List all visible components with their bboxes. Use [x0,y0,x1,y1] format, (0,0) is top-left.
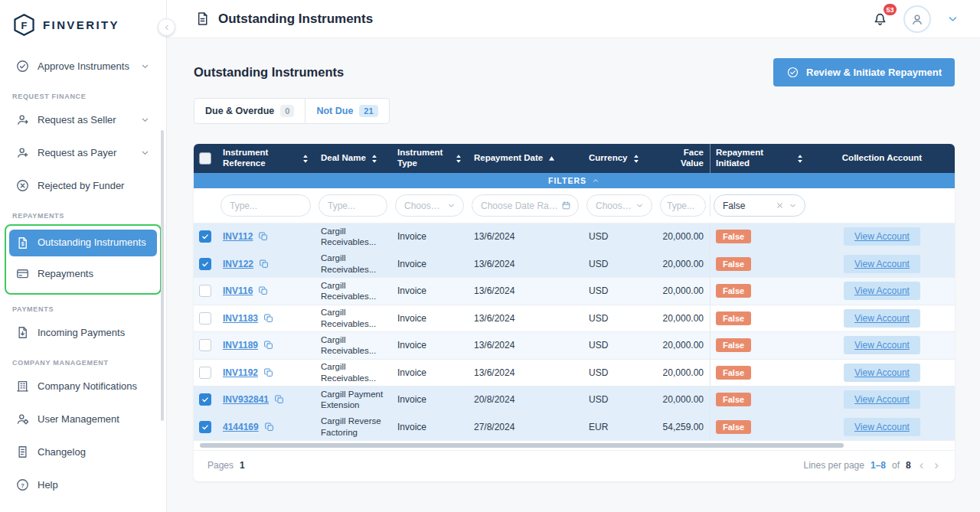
instrument-reference-link[interactable]: INV116 [223,285,253,296]
copy-icon[interactable] [274,394,285,405]
column-header-repayment-initiated[interactable]: Repayment Initiated [710,144,809,173]
user-icon [910,11,925,27]
copy-icon[interactable] [258,231,269,242]
currency-cell: USD [583,278,656,305]
column-header-currency[interactable]: Currency [583,144,656,173]
row-checkbox[interactable] [199,367,211,379]
face-value-cell: 20,000.00 [656,360,710,386]
column-header-repayment-date[interactable]: Repayment Date [468,144,583,173]
sidebar-item-rejected-by-funder[interactable]: Rejected by Funder [9,170,157,201]
table-body: INV112Cargill Receivables...Invoice13/6/… [194,223,955,441]
repayment-initiated-filter-select[interactable]: False [714,194,805,217]
chevron-down-icon [635,201,645,210]
horizontal-scrollbar-thumb[interactable] [200,443,844,448]
instrument-type-filter-select[interactable]: Choose... [395,194,464,217]
instrument-reference-filter-input[interactable] [220,194,311,217]
repayment-date-cell: 13/6/2024 [468,360,583,386]
instrument-reference-link[interactable]: 4144169 [223,422,259,432]
sidebar-item-request-as-seller[interactable]: Request as Seller [9,104,157,135]
request-as-payer-icon [15,145,30,160]
instrument-reference-link[interactable]: INV1183 [223,313,258,324]
column-header-instrument-type[interactable]: Instrument Type [391,144,468,173]
instrument-type-cell: Invoice [391,414,468,441]
view-account-link[interactable]: View Account [844,282,920,300]
repayment-date-range-filter[interactable]: Choose Date Range [472,194,579,217]
instrument-reference-link[interactable]: INV122 [223,259,253,269]
sidebar-item-changelog[interactable]: Changelog [9,436,157,468]
page-document-icon [194,11,211,27]
view-account-link[interactable]: View Account [844,336,920,354]
sidebar-item-label: Changelog [38,446,86,458]
instrument-reference-cell: INV932841 [217,386,315,413]
table-header-row: Instrument ReferenceDeal NameInstrument … [194,144,955,173]
copy-icon[interactable] [264,422,275,432]
instrument-reference-link[interactable]: INV932841 [223,394,269,405]
sidebar-collapse-button[interactable] [158,18,175,36]
copy-icon[interactable] [263,367,274,378]
sidebar-item-outstanding-instruments[interactable]: $Outstanding Instruments [9,230,157,256]
of-label: of [892,460,900,471]
view-account-link[interactable]: View Account [844,390,920,409]
column-header-deal-name[interactable]: Deal Name [315,144,391,173]
deal-name-filter-input[interactable] [318,194,387,217]
row-checkbox[interactable] [199,339,211,351]
repayment-initiated-badge: False [716,230,751,243]
column-label: Deal Name [321,153,366,164]
sidebar-item-approve-instruments[interactable]: Approve Instruments [9,51,157,82]
lines-per-page-label: Lines per page [804,460,864,471]
row-checkbox[interactable] [199,258,211,270]
select-all-checkbox[interactable] [199,152,211,165]
topbar: Outstanding Instruments 53 [167,0,980,38]
review-initiate-repayment-button[interactable]: Review & Initiate Repayment [773,58,955,86]
view-account-link[interactable]: View Account [844,309,920,328]
previous-page-button[interactable]: ‹ [917,460,926,471]
row-checkbox[interactable] [199,312,211,324]
currency-cell: USD [583,360,656,386]
row-checkbox[interactable] [199,393,211,406]
instrument-reference-link[interactable]: INV1192 [223,367,258,378]
repayment-initiated-badge: False [716,257,751,271]
face-value-filter-input[interactable] [660,194,706,217]
sidebar-item-help[interactable]: ?Help [9,469,157,501]
sidebar-item-request-as-payer[interactable]: Request as Payer [9,137,157,168]
filters-toggle[interactable]: FILTERS [194,173,955,188]
copy-icon[interactable] [263,313,274,324]
clear-filter-icon[interactable] [775,201,785,210]
sidebar-item-company-notifications[interactable]: Company Notifications [9,370,157,402]
row-checkbox[interactable] [199,421,211,433]
next-page-button[interactable]: › [932,460,941,471]
user-management-icon [15,412,30,426]
column-header-instrument-reference[interactable]: Instrument Reference [217,144,315,173]
row-checkbox[interactable] [199,230,211,243]
sidebar-item-incoming-payments[interactable]: Incoming Payments [9,317,157,348]
instrument-reference-link[interactable]: INV1189 [223,340,258,351]
view-account-link[interactable]: View Account [844,227,920,246]
instrument-reference-link[interactable]: INV112 [223,231,253,242]
user-avatar-button[interactable] [903,5,931,33]
lines-per-page-select[interactable]: 1–8 [871,460,886,471]
row-checkbox[interactable] [199,285,211,297]
pages-label: Pages [207,460,234,471]
copy-icon[interactable] [258,285,269,296]
account-menu-chevron-down-icon[interactable] [946,11,960,26]
page-header: Outstanding Instruments Review & Initiat… [194,58,955,86]
copy-icon[interactable] [263,340,274,351]
checkmark-icon [201,396,209,403]
notifications-button[interactable]: 53 [871,10,889,28]
page-title: Outstanding Instruments [194,65,344,80]
logo[interactable]: F FINVERITY [0,0,166,46]
instrument-type-cell: Invoice [391,223,468,250]
view-account-link[interactable]: View Account [844,255,920,273]
view-account-link[interactable]: View Account [844,418,920,436]
tab-due-and-overdue[interactable]: Due & Overdue 0 [194,99,305,123]
currency-filter-select[interactable]: Choose... [586,194,652,217]
face-value-cell: 20,000.00 [656,223,710,250]
view-account-link[interactable]: View Account [844,364,920,382]
copy-icon[interactable] [259,259,270,269]
sidebar-scrollbar[interactable] [161,130,164,421]
sidebar-item-repayments[interactable]: Repayments [9,258,157,289]
repayment-initiated-badge: False [716,393,751,406]
sidebar-item-user-management[interactable]: User Management [9,403,157,435]
tab-not-due[interactable]: Not Due 21 [305,99,388,123]
horizontal-scrollbar[interactable] [194,441,955,450]
